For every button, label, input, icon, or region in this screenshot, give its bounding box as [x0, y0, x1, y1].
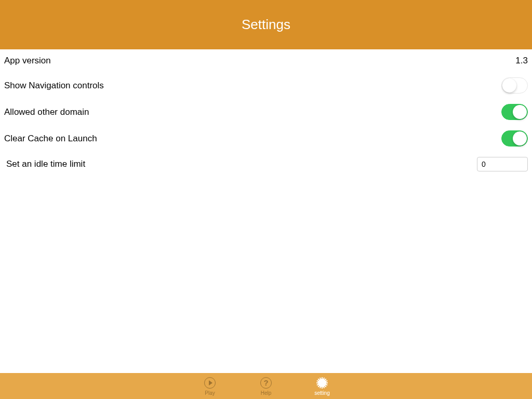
svg-rect-15 — [320, 377, 321, 379]
app-version-label: App version — [4, 56, 51, 66]
clear-cache-label: Clear Cache on Launch — [4, 134, 97, 144]
tab-play-label: Play — [205, 390, 215, 396]
help-icon: ? — [260, 377, 272, 389]
idle-time-input[interactable] — [477, 157, 528, 171]
row-show-navigation: Show Navigation controls — [0, 72, 532, 99]
svg-rect-9 — [323, 377, 325, 379]
app-version-value: 1.3 — [515, 56, 528, 66]
gear-icon — [316, 377, 328, 389]
svg-rect-14 — [316, 383, 318, 385]
allowed-domain-label: Allowed other domain — [4, 107, 89, 117]
show-navigation-toggle[interactable] — [501, 77, 528, 94]
svg-rect-2 — [322, 387, 323, 389]
tab-bar: Play ? Help — [0, 373, 532, 399]
tab-play[interactable]: Play — [182, 373, 238, 399]
toggle-knob-icon — [513, 105, 527, 119]
row-allowed-domain: Allowed other domain — [0, 99, 532, 125]
row-app-version: App version 1.3 — [0, 49, 532, 72]
svg-rect-10 — [320, 386, 321, 388]
svg-rect-3 — [316, 382, 318, 383]
tab-help[interactable]: ? Help — [238, 373, 294, 399]
svg-rect-16 — [323, 386, 325, 388]
tab-help-label: Help — [261, 390, 272, 396]
idle-time-label: Set an idle time limit — [4, 159, 85, 169]
toggle-knob-icon — [502, 78, 516, 92]
header-bar: Settings — [0, 0, 532, 49]
row-idle-time: Set an idle time limit — [0, 152, 532, 177]
play-icon — [204, 377, 216, 389]
svg-rect-11 — [316, 380, 318, 381]
svg-rect-12 — [325, 383, 327, 385]
settings-content: App version 1.3 Show Navigation controls… — [0, 49, 532, 373]
svg-rect-4 — [326, 382, 328, 383]
svg-rect-1 — [322, 377, 323, 379]
tab-setting-label: setting — [314, 390, 329, 396]
row-clear-cache: Clear Cache on Launch — [0, 125, 532, 152]
show-navigation-label: Show Navigation controls — [4, 81, 104, 91]
toggle-knob-icon — [513, 131, 527, 145]
svg-rect-13 — [325, 380, 327, 381]
tab-setting[interactable]: setting — [294, 373, 350, 399]
allowed-domain-toggle[interactable] — [501, 104, 528, 120]
clear-cache-toggle[interactable] — [501, 130, 528, 147]
page-title: Settings — [242, 17, 290, 33]
